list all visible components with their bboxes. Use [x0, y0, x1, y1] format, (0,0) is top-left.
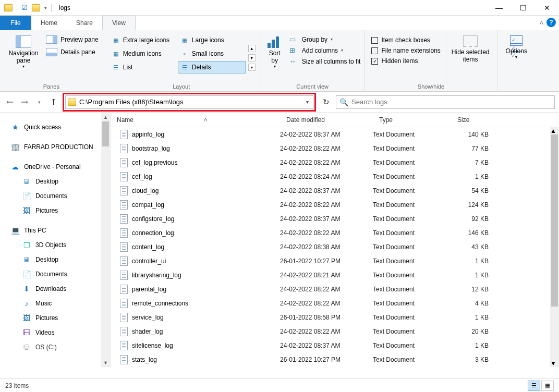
file-row[interactable]: service_log26-01-2022 08:58 PMText Docum… [111, 310, 559, 324]
file-row[interactable]: connection_log24-02-2022 08:22 AMText Do… [111, 226, 559, 240]
add-columns-button[interactable]: ⊞Add columns▾ [289, 46, 361, 54]
preview-pane-button[interactable]: Preview pane [46, 35, 99, 44]
file-row[interactable]: sitelicense_log24-02-2022 08:37 AMText D… [111, 338, 559, 352]
status-bar: 23 items ☰ ▦ [0, 378, 559, 392]
forward-button[interactable]: 🠖 [19, 96, 30, 108]
text-file-icon [120, 186, 128, 195]
text-file-icon [120, 144, 128, 153]
sidebar-item-downloads[interactable]: ⬇Downloads [0, 281, 110, 296]
text-file-icon [120, 130, 128, 139]
file-row[interactable]: configstore_log24-02-2022 08:37 AMText D… [111, 212, 559, 226]
layout-expand[interactable]: ▾ [248, 64, 256, 71]
tab-share[interactable]: Share [67, 16, 102, 30]
file-row[interactable]: appinfo_log24-02-2022 08:37 AMText Docum… [111, 127, 559, 141]
file-row[interactable]: librarysharing_log24-02-2022 08:21 AMTex… [111, 268, 559, 282]
sidebar-item-documents[interactable]: 📄Documents [0, 189, 110, 203]
col-type[interactable]: Type [373, 116, 451, 124]
minimize-button[interactable]: — [487, 0, 511, 16]
close-button[interactable]: ✕ [535, 0, 559, 16]
address-bar[interactable]: ▾ [65, 95, 313, 109]
scroll-up-icon[interactable]: ▲ [101, 113, 110, 121]
qat-checkbox-icon[interactable]: ☑ [21, 4, 28, 11]
collapse-ribbon-icon[interactable]: ᐱ [540, 20, 543, 26]
sidebar-scrollbar[interactable]: ▲ ▼ [101, 113, 110, 367]
sidebar-item-3dobjects[interactable]: ❒3D Objects [0, 238, 110, 252]
col-size[interactable]: Size [451, 116, 514, 124]
tab-home[interactable]: Home [31, 16, 67, 30]
refresh-button[interactable]: ↻ [319, 97, 333, 107]
thumbnails-view-button[interactable]: ▦ [541, 381, 554, 391]
search-box[interactable]: 🔍 [336, 95, 555, 109]
layout-small[interactable]: ▫Small icons [178, 47, 246, 60]
text-file-icon [120, 242, 128, 252]
scrollbar-thumb[interactable] [551, 134, 558, 307]
file-row[interactable]: shader_log24-02-2022 08:22 AMText Docume… [111, 324, 559, 338]
sidebar-item-desktop[interactable]: 🖥Desktop [0, 174, 110, 189]
layout-medium[interactable]: ▦Medium icons [109, 47, 177, 60]
recent-locations-button[interactable]: ▾ [33, 96, 45, 108]
text-file-icon [120, 214, 128, 224]
sidebar-item-production[interactable]: 🏢FARRAD PRODUCTION [0, 140, 110, 154]
folder-icon [68, 99, 76, 106]
scroll-down-icon[interactable]: ▼ [550, 360, 559, 367]
file-row[interactable]: parental_log24-02-2022 08:22 AMText Docu… [111, 282, 559, 296]
hide-selected-button[interactable]: Hide selected items [446, 32, 493, 83]
item-checkboxes-toggle[interactable]: Item check boxes [371, 36, 440, 44]
search-input[interactable] [351, 98, 551, 106]
navigation-pane-button[interactable]: Navigation pane ▾ [4, 32, 43, 83]
qat-dropdown-icon[interactable]: ▾ [44, 5, 47, 10]
hidden-items-toggle[interactable]: ✓Hidden items [371, 57, 440, 65]
group-by-button[interactable]: ▭Group by▾ [289, 35, 361, 43]
folder-icon [4, 4, 13, 11]
layout-scroll-up[interactable]: ▲ [248, 45, 256, 52]
file-row[interactable]: stats_log26-01-2022 10:27 PMText Documen… [111, 352, 559, 366]
sort-by-button[interactable]: Sort by ▾ [264, 32, 285, 83]
options-button[interactable]: Options ▾ [502, 32, 531, 83]
tab-file[interactable]: File [0, 16, 31, 30]
file-row[interactable]: cloud_log24-02-2022 08:37 AMText Documen… [111, 183, 559, 198]
scrollbar-thumb[interactable] [102, 121, 109, 146]
file-row[interactable]: content_log24-02-2022 08:38 AMText Docum… [111, 240, 559, 254]
sidebar-item-pictures2[interactable]: 🖼Pictures [0, 311, 110, 325]
layout-large[interactable]: ▦Large icons [178, 34, 246, 46]
sidebar-item-documents2[interactable]: 📄Documents [0, 267, 110, 281]
up-button[interactable]: 🠕 [48, 96, 59, 108]
layout-list[interactable]: ☰List [109, 61, 177, 74]
column-headers: Nameᐱ Date modified Type Size [111, 113, 559, 127]
layout-details[interactable]: ☰Details [178, 61, 246, 74]
sidebar-item-osc[interactable]: ⛁OS (C:) [0, 340, 110, 354]
file-row[interactable]: remote_connections24-02-2022 08:22 AMTex… [111, 296, 559, 310]
details-pane-button[interactable]: Details pane [46, 48, 99, 56]
file-row[interactable]: cef_log.previous24-02-2022 08:22 AMText … [111, 155, 559, 169]
address-input[interactable] [79, 98, 304, 106]
sidebar-item-onedrive[interactable]: ☁OneDrive - Personal [0, 160, 110, 174]
file-row[interactable]: compat_log24-02-2022 08:22 AMText Docume… [111, 198, 559, 212]
folder-icon[interactable] [32, 4, 40, 11]
file-extensions-toggle[interactable]: File name extensions [371, 47, 440, 54]
status-item-count: 23 items [5, 382, 29, 389]
layout-scroll-down[interactable]: ▼ [248, 54, 256, 62]
help-button[interactable]: ? [546, 18, 556, 27]
layout-extra-large[interactable]: ▦Extra large icons [109, 34, 177, 46]
filelist-scrollbar[interactable]: ▲ ▼ [550, 127, 559, 367]
tab-view[interactable]: View [102, 16, 136, 30]
maximize-button[interactable]: ☐ [511, 0, 535, 16]
file-row[interactable]: controller_ui26-01-2022 10:27 PMText Doc… [111, 254, 559, 268]
scroll-up-icon[interactable]: ▲ [550, 127, 559, 134]
sidebar-item-music[interactable]: ♪Music [0, 296, 110, 311]
sidebar-item-thispc[interactable]: 💻This PC [0, 223, 110, 238]
details-view-button[interactable]: ☰ [528, 381, 540, 391]
size-all-columns-button[interactable]: ↔Size all columns to fit [289, 57, 361, 65]
sidebar-item-desktop2[interactable]: 🖥Desktop [0, 252, 110, 267]
sidebar-item-pictures[interactable]: 🖼Pictures [0, 203, 110, 218]
scroll-down-icon[interactable]: ▼ [101, 358, 110, 367]
file-row[interactable]: bootstrap_log24-02-2022 08:22 AMText Doc… [111, 141, 559, 155]
address-dropdown-icon[interactable]: ▾ [304, 99, 311, 105]
back-button[interactable]: 🠔 [4, 96, 16, 108]
col-name[interactable]: Nameᐱ [111, 116, 280, 124]
col-date[interactable]: Date modified [280, 116, 373, 124]
sidebar: ★Quick access 🏢FARRAD PRODUCTION ☁OneDri… [0, 113, 111, 367]
sidebar-item-videos[interactable]: 🎞Videos [0, 325, 110, 340]
sidebar-item-quick-access[interactable]: ★Quick access [0, 120, 110, 134]
file-row[interactable]: cef_log24-02-2022 08:24 AMText Document1… [111, 169, 559, 183]
